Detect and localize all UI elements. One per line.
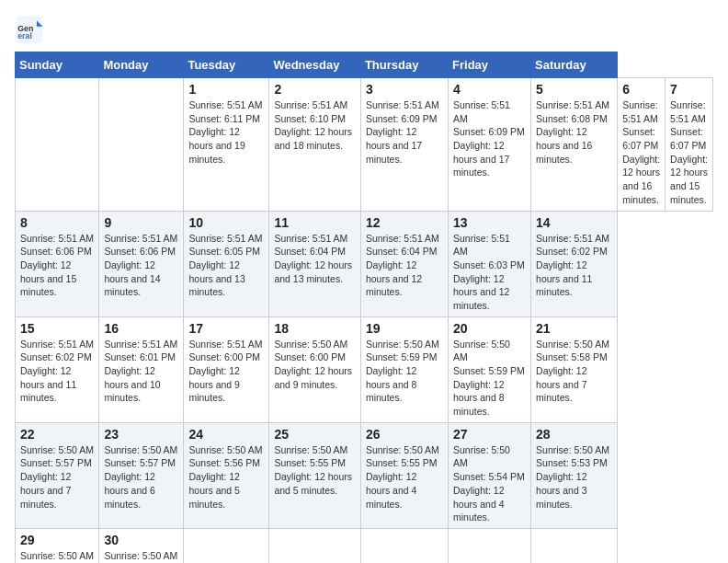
empty-day	[360, 528, 448, 563]
day-number: 27	[453, 427, 526, 442]
day-14: 14 Sunrise: 5:51 AM Sunset: 6:02 PM Dayl…	[531, 211, 618, 316]
day-number: 5	[536, 82, 612, 97]
weekday-monday: Monday	[99, 52, 184, 78]
day-number: 6	[622, 82, 660, 97]
day-number: 11	[274, 215, 356, 230]
day-info: Sunrise: 5:50 AM Sunset: 5:54 PM Dayligh…	[453, 443, 526, 524]
day-number: 3	[366, 82, 443, 97]
day-29: 29 Sunrise: 5:50 AM Sunset: 5:53 PM Dayl…	[16, 528, 99, 563]
weekday-sunday: Sunday	[16, 52, 99, 78]
calendar-week-2: 8 Sunrise: 5:51 AM Sunset: 6:06 PM Dayli…	[16, 211, 713, 316]
day-info: Sunrise: 5:51 AM Sunset: 6:04 PM Dayligh…	[274, 232, 356, 286]
day-info: Sunrise: 5:51 AM Sunset: 6:00 PM Dayligh…	[188, 338, 264, 405]
day-info: Sunrise: 5:51 AM Sunset: 6:11 PM Dayligh…	[188, 98, 264, 166]
day-28: 28 Sunrise: 5:50 AM Sunset: 5:53 PM Dayl…	[531, 422, 618, 528]
empty-day	[99, 78, 184, 212]
day-18: 18 Sunrise: 5:50 AM Sunset: 6:00 PM Dayl…	[269, 316, 361, 422]
day-number: 7	[670, 82, 708, 97]
page-header: Gen eral	[15, 15, 713, 44]
weekday-header-row: SundayMondayTuesdayWednesdayThursdayFrid…	[16, 52, 713, 78]
calendar-week-5: 29 Sunrise: 5:50 AM Sunset: 5:53 PM Dayl…	[16, 528, 713, 563]
day-26: 26 Sunrise: 5:50 AM Sunset: 5:55 PM Dayl…	[360, 422, 448, 528]
day-12: 12 Sunrise: 5:51 AM Sunset: 6:04 PM Dayl…	[360, 211, 448, 316]
day-info: Sunrise: 5:50 AM Sunset: 6:00 PM Dayligh…	[274, 338, 356, 392]
day-info: Sunrise: 5:50 AM Sunset: 5:57 PM Dayligh…	[104, 443, 178, 511]
day-16: 16 Sunrise: 5:51 AM Sunset: 6:01 PM Dayl…	[99, 316, 184, 422]
day-22: 22 Sunrise: 5:50 AM Sunset: 5:57 PM Dayl…	[16, 422, 99, 528]
day-info: Sunrise: 5:50 AM Sunset: 5:55 PM Dayligh…	[274, 443, 356, 498]
empty-day	[531, 528, 618, 563]
calendar-week-1: 1 Sunrise: 5:51 AM Sunset: 6:11 PM Dayli…	[16, 78, 713, 212]
day-21: 21 Sunrise: 5:50 AM Sunset: 5:58 PM Dayl…	[531, 316, 618, 422]
logo-icon: Gen eral	[15, 15, 44, 44]
day-info: Sunrise: 5:51 AM Sunset: 6:04 PM Dayligh…	[366, 232, 443, 299]
day-30: 30 Sunrise: 5:50 AM Sunset: 5:52 PM Dayl…	[99, 528, 184, 563]
day-number: 21	[536, 321, 612, 336]
day-number: 16	[104, 321, 178, 336]
day-6: 6 Sunrise: 5:51 AM Sunset: 6:07 PM Dayli…	[618, 78, 665, 212]
empty-day	[184, 528, 269, 563]
day-4: 4 Sunrise: 5:51 AM Sunset: 6:09 PM Dayli…	[449, 78, 531, 212]
day-number: 8	[20, 215, 94, 230]
day-27: 27 Sunrise: 5:50 AM Sunset: 5:54 PM Dayl…	[449, 422, 531, 528]
day-5: 5 Sunrise: 5:51 AM Sunset: 6:08 PM Dayli…	[531, 78, 618, 212]
day-number: 13	[453, 215, 526, 230]
day-number: 14	[536, 215, 612, 230]
day-24: 24 Sunrise: 5:50 AM Sunset: 5:56 PM Dayl…	[184, 422, 269, 528]
day-info: Sunrise: 5:51 AM Sunset: 6:10 PM Dayligh…	[274, 98, 356, 153]
day-info: Sunrise: 5:50 AM Sunset: 5:55 PM Dayligh…	[366, 443, 443, 511]
calendar-week-4: 22 Sunrise: 5:50 AM Sunset: 5:57 PM Dayl…	[16, 422, 713, 528]
day-number: 10	[188, 215, 264, 230]
day-number: 24	[188, 427, 264, 442]
empty-day	[269, 528, 361, 563]
day-number: 18	[274, 321, 356, 336]
weekday-friday: Friday	[449, 52, 531, 78]
day-15: 15 Sunrise: 5:51 AM Sunset: 6:02 PM Dayl…	[16, 316, 99, 422]
day-info: Sunrise: 5:51 AM Sunset: 6:02 PM Dayligh…	[20, 338, 94, 405]
day-number: 2	[274, 82, 356, 97]
day-9: 9 Sunrise: 5:51 AM Sunset: 6:06 PM Dayli…	[99, 211, 184, 316]
day-number: 1	[188, 82, 264, 97]
day-17: 17 Sunrise: 5:51 AM Sunset: 6:00 PM Dayl…	[184, 316, 269, 422]
day-info: Sunrise: 5:50 AM Sunset: 5:59 PM Dayligh…	[453, 338, 526, 419]
day-number: 15	[20, 321, 94, 336]
weekday-wednesday: Wednesday	[269, 52, 361, 78]
day-2: 2 Sunrise: 5:51 AM Sunset: 6:10 PM Dayli…	[269, 78, 361, 212]
day-info: Sunrise: 5:51 AM Sunset: 6:07 PM Dayligh…	[670, 98, 708, 207]
day-number: 12	[366, 215, 443, 230]
day-number: 22	[20, 427, 94, 442]
calendar-table: SundayMondayTuesdayWednesdayThursdayFrid…	[15, 52, 713, 563]
empty-day	[16, 78, 99, 212]
day-10: 10 Sunrise: 5:51 AM Sunset: 6:05 PM Dayl…	[184, 211, 269, 316]
day-11: 11 Sunrise: 5:51 AM Sunset: 6:04 PM Dayl…	[269, 211, 361, 316]
day-number: 23	[104, 427, 178, 442]
day-3: 3 Sunrise: 5:51 AM Sunset: 6:09 PM Dayli…	[360, 78, 448, 212]
weekday-thursday: Thursday	[360, 52, 448, 78]
day-7: 7 Sunrise: 5:51 AM Sunset: 6:07 PM Dayli…	[665, 78, 713, 212]
calendar-week-3: 15 Sunrise: 5:51 AM Sunset: 6:02 PM Dayl…	[16, 316, 713, 422]
day-number: 4	[453, 82, 526, 97]
day-info: Sunrise: 5:50 AM Sunset: 5:56 PM Dayligh…	[188, 443, 264, 511]
weekday-tuesday: Tuesday	[184, 52, 269, 78]
day-number: 28	[536, 427, 612, 442]
day-number: 30	[104, 533, 178, 547]
day-info: Sunrise: 5:51 AM Sunset: 6:02 PM Dayligh…	[536, 232, 612, 299]
day-info: Sunrise: 5:50 AM Sunset: 5:58 PM Dayligh…	[536, 338, 612, 405]
day-1: 1 Sunrise: 5:51 AM Sunset: 6:11 PM Dayli…	[184, 78, 269, 212]
day-number: 9	[104, 215, 178, 230]
day-number: 29	[20, 533, 94, 547]
day-number: 25	[274, 427, 356, 442]
day-info: Sunrise: 5:51 AM Sunset: 6:01 PM Dayligh…	[104, 338, 178, 405]
day-info: Sunrise: 5:51 AM Sunset: 6:07 PM Dayligh…	[622, 98, 660, 207]
day-23: 23 Sunrise: 5:50 AM Sunset: 5:57 PM Dayl…	[99, 422, 184, 528]
weekday-saturday: Saturday	[531, 52, 618, 78]
day-20: 20 Sunrise: 5:50 AM Sunset: 5:59 PM Dayl…	[449, 316, 531, 422]
day-info: Sunrise: 5:51 AM Sunset: 6:05 PM Dayligh…	[188, 232, 264, 299]
logo: Gen eral	[15, 15, 48, 44]
day-info: Sunrise: 5:51 AM Sunset: 6:03 PM Dayligh…	[453, 232, 526, 313]
day-info: Sunrise: 5:50 AM Sunset: 5:52 PM Dayligh…	[104, 549, 178, 563]
day-8: 8 Sunrise: 5:51 AM Sunset: 6:06 PM Dayli…	[16, 211, 99, 316]
day-number: 17	[188, 321, 264, 336]
day-info: Sunrise: 5:51 AM Sunset: 6:06 PM Dayligh…	[104, 232, 178, 299]
day-info: Sunrise: 5:51 AM Sunset: 6:08 PM Dayligh…	[536, 98, 612, 166]
